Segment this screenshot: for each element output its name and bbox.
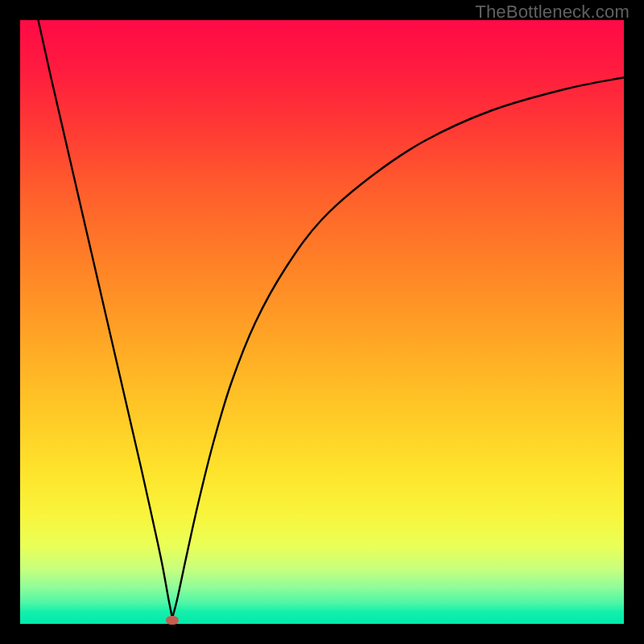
chart-frame: TheBottleneck.com: [0, 0, 644, 644]
plot-area: [20, 20, 624, 624]
bottleneck-curve: [20, 20, 624, 624]
curve-path: [39, 20, 625, 618]
watermark-text: TheBottleneck.com: [475, 2, 630, 23]
minimum-marker: [166, 616, 180, 625]
